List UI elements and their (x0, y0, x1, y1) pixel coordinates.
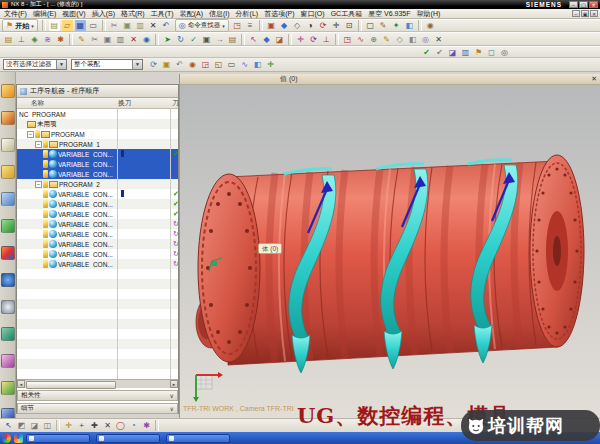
tree-row-variable_con[interactable]: VARIABLE_CON...↻ (17, 239, 178, 249)
select-all-icon[interactable]: ▣ (161, 59, 172, 70)
hole-icon[interactable]: ◎ (420, 34, 431, 45)
maximize-button[interactable]: ▢ (579, 1, 588, 8)
tree-expander-icon[interactable]: − (35, 181, 42, 188)
taskbar-window-button-2[interactable] (96, 434, 160, 443)
assembly-navigator-icon[interactable] (1, 84, 15, 98)
extrude-icon[interactable]: ◧ (407, 34, 418, 45)
review-icon[interactable]: ◪ (447, 47, 458, 58)
create-geometry-icon[interactable]: ◈ (29, 34, 40, 45)
menu-item[interactable]: 窗口(O) (301, 9, 325, 19)
existing-point-icon[interactable]: ✱ (141, 420, 152, 431)
quick-launch-icon[interactable] (2, 434, 11, 443)
menu-item[interactable]: 分析(L) (236, 9, 259, 19)
highlight-icon[interactable]: ◉ (187, 59, 198, 70)
edit-section-icon[interactable]: ✎ (378, 20, 389, 31)
pan-view-icon[interactable]: ✛ (331, 20, 342, 31)
tree-row-variable_con[interactable]: VARIABLE_CON...↻ (17, 219, 178, 229)
machining-feature-navigator-icon[interactable] (1, 192, 15, 206)
paste-object-icon[interactable]: ▥ (115, 34, 126, 45)
datum-icon[interactable]: ◇ (394, 34, 405, 45)
roles-icon[interactable] (1, 381, 15, 395)
child-close-button[interactable]: ✕ (590, 10, 598, 17)
paste-icon[interactable]: ▥ (135, 20, 146, 31)
tree-row-program_1[interactable]: −PROGRAM_1 (17, 139, 178, 149)
scroll-right-icon[interactable]: ► (170, 380, 178, 388)
inside-window-icon[interactable]: ◲ (200, 59, 211, 70)
tool-align-icon[interactable]: ⊥ (321, 34, 332, 45)
offset-icon[interactable]: ⊕ (368, 34, 379, 45)
graphics-canvas[interactable]: 体 (0) TFR-TRI WORK , Camera TFR-TRI (180, 85, 600, 419)
column-name[interactable]: 名称 (31, 99, 44, 108)
lasso-select-icon[interactable]: ∿ (239, 59, 250, 70)
approve-icon[interactable]: ✔ (434, 47, 445, 58)
tool-rotate-icon[interactable]: ⟳ (308, 34, 319, 45)
shop-documentation-icon[interactable]: ▤ (227, 34, 238, 45)
left-flange[interactable] (198, 174, 260, 362)
menu-item[interactable]: 视图(V) (62, 9, 85, 19)
edit-object-icon[interactable]: ✎ (76, 34, 87, 45)
taskbar-window-button-3[interactable] (166, 434, 230, 443)
3d-model-screw-shaft[interactable] (180, 85, 600, 419)
save-icon[interactable]: ▦ (75, 20, 86, 31)
menu-item[interactable]: 格式(R) (121, 9, 145, 19)
menu-item[interactable]: 文件(F) (4, 9, 27, 19)
quick-launch-icon[interactable] (14, 434, 23, 443)
target-icon[interactable]: ◎ (499, 47, 510, 58)
snap-toggle-icon[interactable]: ✛ (265, 59, 276, 70)
select-body-icon[interactable]: ◫ (42, 420, 53, 431)
create-program-icon[interactable]: ▤ (3, 34, 14, 45)
selection-scope-dropdown[interactable]: 整个装配 ▼ (71, 59, 143, 70)
snapshot-icon[interactable]: ▣ (266, 20, 277, 31)
constraint-navigator-icon[interactable] (1, 111, 15, 125)
menu-item[interactable]: 首选项(P) (264, 9, 294, 19)
new-icon[interactable]: ▤ (49, 20, 60, 31)
menu-item[interactable]: 帮助(H) (417, 9, 441, 19)
navigator-section-bar[interactable]: 细节 ∨ (17, 403, 178, 414)
cut-object-icon[interactable]: ✂ (89, 34, 100, 45)
end-point-icon[interactable]: + (76, 420, 87, 431)
history-icon[interactable] (1, 300, 15, 314)
menu-item[interactable]: GC工具箱 (331, 9, 363, 19)
scrollbar-thumb[interactable] (26, 381, 116, 389)
shaded-view-icon[interactable]: ◆ (279, 20, 290, 31)
select-edge-icon[interactable]: ◪ (29, 420, 40, 431)
navigator-column-header[interactable]: 名称 换刀 刀 (17, 98, 178, 109)
window-layout-icon[interactable]: ▢ (365, 20, 376, 31)
palette-icon[interactable] (1, 246, 15, 260)
web-browser-icon[interactable] (1, 273, 15, 287)
intersection-point-icon[interactable]: ✕ (102, 420, 113, 431)
gc-toolbox-icon[interactable]: ✦ (391, 20, 402, 31)
copy-object-icon[interactable]: ▣ (102, 34, 113, 45)
menu-item[interactable]: 工具(T) (151, 9, 174, 19)
orient-view-icon[interactable]: ◆ (261, 34, 272, 45)
tree-row-variable_con[interactable]: VARIABLE_CON...↻ (17, 249, 178, 259)
child-restore-button[interactable]: ▣ (581, 10, 589, 17)
process-studio-icon[interactable] (1, 327, 15, 341)
tree-row-[interactable]: 未用项 (17, 119, 178, 129)
command-finder-button[interactable]: ◎命令查找器▾ (175, 19, 229, 32)
menu-item[interactable]: 装配(A) (180, 9, 203, 19)
create-method-icon[interactable]: ≋ (42, 34, 53, 45)
refresh-icon[interactable]: ⟳ (148, 59, 159, 70)
close-icon[interactable]: ✕ (591, 74, 597, 84)
half-section-icon[interactable]: ◑ (305, 20, 316, 31)
tree-row-variable_con[interactable]: VARIABLE_CON...✔ (17, 199, 178, 209)
sketch-icon[interactable]: ✎ (381, 34, 392, 45)
note-icon[interactable]: ◻ (486, 47, 497, 58)
create-operation-icon[interactable]: ✱ (55, 34, 66, 45)
arc-center-icon[interactable]: ◯ (115, 420, 126, 431)
close-toolbar-icon[interactable]: ✕ (433, 34, 444, 45)
trim-icon[interactable]: ◪ (274, 34, 285, 45)
pmi-icon[interactable]: ◳ (232, 20, 243, 31)
tree-row-variable_con[interactable]: VARIABLE_CON...✔ (17, 189, 178, 199)
select-face-icon[interactable]: ◩ (16, 420, 27, 431)
scroll-left-icon[interactable]: ◄ (17, 380, 25, 388)
minimize-button[interactable]: – (569, 1, 578, 8)
navigator-section-bar[interactable]: 相关性 ∨ (17, 390, 178, 401)
delete-icon[interactable]: ✕ (148, 20, 159, 31)
close-button[interactable]: ✕ (589, 1, 598, 8)
menu-item[interactable]: 信息(I) (209, 9, 230, 19)
tree-row-variable_con[interactable]: VARIABLE_CON...↻ (17, 159, 178, 169)
column-tool[interactable]: 刀 (172, 99, 179, 108)
tree-row-variable_con[interactable]: VARIABLE_CON...↻ (17, 169, 178, 179)
